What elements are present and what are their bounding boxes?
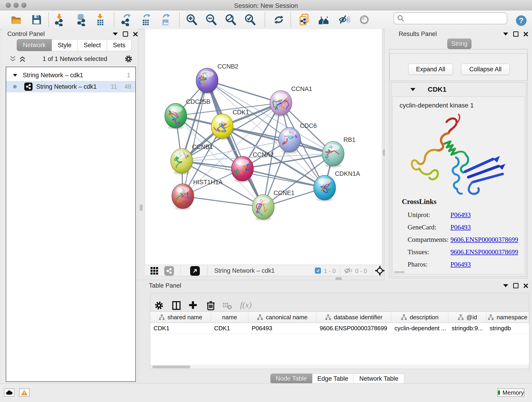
network-collection-row[interactable]: String Network – cdk1 1: [6, 70, 135, 81]
fit-crosshair-icon[interactable]: [375, 266, 385, 275]
toolbar-separator: [114, 12, 114, 27]
show-columns-icon[interactable]: [171, 300, 182, 312]
splitter-grip[interactable]: [140, 204, 143, 211]
crosslink-link[interactable]: P06493: [450, 223, 471, 231]
network-edge[interactable]: [242, 169, 325, 188]
network-share-icon[interactable]: [164, 266, 174, 276]
birds-eye-view-icon[interactable]: [190, 266, 200, 276]
network-row[interactable]: String Network – cdk1 11 48: [6, 81, 135, 92]
zoom-out-icon[interactable]: [205, 13, 217, 26]
zoom-selected-icon[interactable]: [244, 13, 256, 26]
inactive-eye-icon[interactable]: [358, 13, 370, 26]
table-cell[interactable]: CDK1: [150, 323, 211, 333]
delete-table-icon[interactable]: [221, 300, 233, 312]
column-header[interactable]: description: [391, 312, 449, 323]
expand-all-button[interactable]: Expand All: [408, 64, 453, 75]
tab-network-table[interactable]: Network Table: [354, 374, 404, 384]
cloud-button[interactable]: [4, 389, 14, 397]
import-table-icon[interactable]: [94, 13, 106, 26]
selected-checkbox-icon[interactable]: [315, 268, 321, 274]
network-options-gear-icon[interactable]: [123, 54, 133, 64]
column-header[interactable]: namespace: [486, 312, 529, 323]
crosslink-link[interactable]: 9606.ENSP00000378699: [450, 248, 518, 256]
network-edge[interactable]: [207, 80, 281, 103]
panel-menu-icon[interactable]: [503, 32, 508, 36]
collapse-gene-icon[interactable]: [410, 88, 415, 91]
table-cell[interactable]: P06493: [248, 323, 317, 333]
crosslink-link[interactable]: 9606.ENSP00000378699: [450, 236, 518, 243]
splitter-grip[interactable]: [336, 277, 342, 280]
float-panel-icon[interactable]: [513, 32, 519, 37]
tab-select[interactable]: Select: [78, 39, 107, 51]
tab-network[interactable]: Network: [17, 39, 52, 51]
tab-sets[interactable]: Sets: [107, 39, 132, 51]
node-label: HIST1H1A: [193, 179, 223, 186]
collapse-all-icon[interactable]: [9, 55, 17, 63]
open-session-icon[interactable]: [10, 13, 22, 26]
scrollbar-thumb[interactable]: [152, 366, 190, 368]
tab-edge-table[interactable]: Edge Table: [312, 374, 354, 384]
network-edge[interactable]: [207, 80, 263, 207]
tab-style[interactable]: Style: [52, 39, 78, 51]
close-panel-icon[interactable]: [524, 283, 528, 288]
panel-menu-icon[interactable]: [113, 32, 118, 36]
table-cell[interactable]: cyclin-dependent ...: [391, 323, 449, 333]
clone-network-icon[interactable]: [298, 13, 310, 26]
close-panel-icon[interactable]: [524, 32, 528, 36]
grid-view-icon[interactable]: [150, 267, 159, 275]
table-cell[interactable]: stringdb:9...: [448, 323, 486, 333]
expand-all-icon[interactable]: [19, 55, 26, 63]
delete-column-icon[interactable]: [205, 300, 217, 312]
table-hscrollbar[interactable]: [151, 365, 529, 369]
hidden-eye-icon[interactable]: [344, 267, 353, 274]
save-session-icon[interactable]: [31, 13, 42, 26]
home-icon[interactable]: [318, 13, 330, 26]
column-header[interactable]: name: [211, 312, 249, 323]
refresh-icon[interactable]: [273, 13, 285, 26]
gene-card-body: cyclin-dependent kinase 1 CrossLinks Uni…: [393, 96, 525, 274]
column-header[interactable]: canonical name: [248, 312, 317, 323]
network-canvas[interactable]: CCNB2CCNA1CDC25BCDK1CDC6RB1CCNB1CCNA2CDK…: [145, 29, 382, 265]
import-network-icon[interactable]: [53, 13, 65, 26]
table-cell[interactable]: CDK1: [211, 323, 249, 333]
tab-node-table[interactable]: Node Table: [270, 374, 312, 384]
help-icon[interactable]: ?: [515, 14, 527, 27]
network-node[interactable]: RB1: [319, 136, 355, 167]
function-builder-icon[interactable]: f(x): [240, 300, 252, 310]
table-row[interactable]: CDK1CDK1P064939606.ENSP00000378699cyclin…: [150, 323, 529, 334]
gene-name: CDK1: [428, 85, 447, 93]
table-cell[interactable]: 9606.ENSP00000378699: [317, 323, 391, 333]
network-node[interactable]: CCNB1: [171, 143, 213, 175]
column-header[interactable]: database identifier: [317, 312, 391, 323]
collection-expander-icon[interactable]: [13, 74, 17, 76]
export-image-icon[interactable]: [159, 13, 171, 26]
import-database-icon[interactable]: [75, 13, 87, 26]
float-panel-icon[interactable]: [123, 32, 128, 37]
memory-button[interactable]: Memory: [497, 389, 525, 397]
crosslink-link[interactable]: P06493: [450, 261, 471, 268]
export-network-icon[interactable]: [120, 13, 132, 26]
crosslink-link[interactable]: P06493: [450, 211, 471, 219]
zoom-in-icon[interactable]: [186, 13, 197, 26]
network-node[interactable]: HIST1H1A: [171, 179, 223, 210]
table-options-gear-icon[interactable]: [153, 300, 165, 312]
collapse-all-button[interactable]: Collapse All: [461, 64, 510, 75]
show-hide-icon[interactable]: [338, 13, 350, 26]
tab-string[interactable]: String: [447, 38, 472, 49]
gene-card-header[interactable]: CDK1: [391, 82, 526, 96]
network-node[interactable]: CDKN1A: [314, 170, 360, 201]
add-column-icon[interactable]: [187, 300, 199, 312]
node-table-box: f(x) shared namenamecanonical namedataba…: [150, 293, 529, 369]
export-table-icon[interactable]: [140, 13, 152, 26]
table-cell[interactable]: stringdb: [486, 323, 529, 333]
zoom-fit-icon[interactable]: [225, 13, 236, 26]
float-panel-icon[interactable]: [513, 283, 519, 288]
search-input[interactable]: [406, 15, 507, 22]
close-panel-icon[interactable]: [133, 32, 138, 36]
network-edge[interactable]: [183, 196, 263, 207]
mini-scrollbar[interactable]: [394, 271, 405, 273]
column-header[interactable]: shared name: [150, 312, 211, 323]
warnings-button[interactable]: [19, 389, 30, 397]
panel-menu-icon[interactable]: [503, 284, 508, 287]
column-header[interactable]: @id: [448, 312, 486, 323]
